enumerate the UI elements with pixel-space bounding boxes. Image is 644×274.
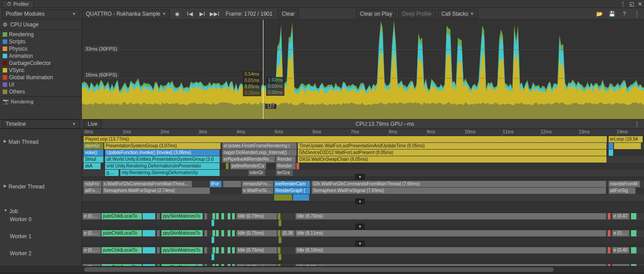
timeline-bar[interactable] bbox=[216, 230, 219, 236]
legend-item[interactable]: Others bbox=[0, 88, 81, 95]
menu-icon[interactable]: ⋮ bbox=[631, 10, 642, 18]
timeline-bar[interactable] bbox=[228, 247, 230, 253]
timeline-bar[interactable] bbox=[278, 230, 280, 236]
timeline-bar[interactable]: PlayerLoop (13.77ms) bbox=[84, 136, 607, 142]
target-dropdown[interactable]: QUATTRO - Rukhanka Sample ▼ bbox=[82, 9, 170, 18]
timeline-bar[interactable]: e.WaitForSigna bbox=[242, 188, 273, 194]
timeline-bar[interactable]: PresentationSystemGroup (3.07ms) bbox=[104, 143, 220, 149]
timeline-menu-icon[interactable]: ⋮ bbox=[631, 120, 642, 128]
frame-back-button[interactable]: Ⅰ◀ bbox=[184, 10, 195, 18]
timeline-bar[interactable]: nity.Rendering.SkinningDeformationSy bbox=[120, 170, 220, 176]
timeline-bar[interactable]: terGra bbox=[276, 170, 293, 176]
timeline-bar[interactable]: e (0.47 bbox=[612, 213, 629, 219]
live-button[interactable]: Live bbox=[84, 120, 102, 128]
timeline-bar[interactable]: tFor bbox=[210, 181, 221, 187]
timeline-bar[interactable] bbox=[212, 220, 214, 226]
kebab-icon[interactable]: ⋮ bbox=[620, 1, 626, 7]
timeline-bar[interactable]: mandsFromM bbox=[609, 181, 640, 187]
rendering-module-header[interactable]: 📷 Rendering bbox=[0, 96, 81, 106]
profiler-tab[interactable]: ⏱ Profiler bbox=[2, 0, 34, 8]
track-expand-button[interactable]: ▼ bbox=[355, 198, 365, 205]
timeline-bar[interactable] bbox=[609, 150, 613, 156]
frame-end-button[interactable]: ▶▶Ⅰ bbox=[209, 10, 220, 18]
timeline-view-dropdown[interactable]: Timeline ▼ bbox=[2, 120, 80, 128]
worker1-label[interactable]: Worker 1 bbox=[0, 231, 81, 241]
timeline-bar[interactable]: puteChildLocalTo bbox=[102, 247, 142, 253]
timeline-bar[interactable]: stemGr bbox=[84, 143, 103, 149]
timeline-bar[interactable] bbox=[228, 230, 230, 236]
timeline-bar[interactable] bbox=[278, 213, 280, 219]
timeline-bar[interactable] bbox=[212, 254, 214, 260]
timeline-bar[interactable]: Idle (0.79ms) bbox=[237, 213, 277, 219]
timeline-bar[interactable] bbox=[157, 230, 160, 236]
legend-item[interactable]: Scripts bbox=[0, 38, 81, 45]
timeline-bar[interactable]: puteChildLocalTo bbox=[102, 230, 142, 236]
timeline-bar[interactable] bbox=[279, 237, 281, 243]
timeline-bar[interactable]: TimeUpdate.WaitForLastPresentationAndUpd… bbox=[298, 143, 606, 149]
legend-item[interactable]: VSync bbox=[0, 67, 81, 74]
legend-item[interactable]: Physics bbox=[0, 45, 81, 52]
playhead[interactable] bbox=[263, 20, 263, 119]
help-icon[interactable]: ? bbox=[619, 10, 630, 18]
deep-profile-button[interactable]: Deep Profile bbox=[398, 9, 436, 18]
worker0-label[interactable]: Worker 0 bbox=[0, 214, 81, 224]
timeline-bar[interactable] bbox=[232, 247, 235, 253]
popout-icon[interactable]: ◱ bbox=[629, 1, 634, 7]
timeline-bar[interactable] bbox=[609, 143, 613, 149]
timeline-bar[interactable]: mmandsFromMa bbox=[242, 181, 273, 187]
profiler-modules-dropdown[interactable]: Profiler Modules ▼ bbox=[2, 9, 80, 18]
record-button[interactable]: ◉ bbox=[172, 10, 182, 18]
timeline-bar[interactable] bbox=[204, 213, 207, 219]
timeline-bar[interactable]: e (0.43m bbox=[83, 230, 101, 236]
timeline-bar[interactable] bbox=[221, 213, 224, 219]
timeline-bar[interactable]: pelineRenderCa bbox=[230, 163, 266, 169]
legend-item[interactable]: Global Illumination bbox=[0, 74, 81, 81]
timeline-bar[interactable] bbox=[608, 213, 610, 219]
timeline-bar[interactable]: UpdateFunction.Invoke() [Invoke] (3.06ms… bbox=[105, 150, 220, 156]
timeline-bar[interactable]: nager.DoRenderLoop_Internal() bbox=[222, 150, 297, 156]
timeline-bar[interactable] bbox=[274, 194, 292, 201]
timeline-bar[interactable]: (0.36 bbox=[281, 230, 295, 236]
cpu-usage-header[interactable]: ⚙ CPU Usage bbox=[0, 20, 81, 30]
timeline-bar[interactable]: x.WaitForGfxCommandsFromMainThread (2.74 bbox=[102, 181, 192, 187]
timeline-bar[interactable] bbox=[228, 213, 230, 219]
call-stacks-dropdown[interactable]: Call Stacks ▼ bbox=[437, 9, 478, 18]
timeline-bar[interactable] bbox=[212, 213, 215, 219]
timeline-bar[interactable]: Semaphore.WaitForSignal (2.74ms) bbox=[102, 188, 210, 194]
save-icon[interactable]: 💾 bbox=[606, 10, 617, 18]
timeline-bar[interactable] bbox=[157, 247, 160, 253]
legend-item[interactable]: UI bbox=[0, 81, 81, 88]
timeline-bar[interactable] bbox=[293, 194, 309, 201]
tracks-area[interactable]: 0ms1ms2ms3ms4ms5ms6ms7ms8ms9ms10ms11ms12… bbox=[82, 129, 644, 266]
timeline-bar[interactable]: RenderGraph ( bbox=[274, 188, 310, 194]
timeline-bar[interactable] bbox=[223, 181, 241, 187]
timeline-bar[interactable] bbox=[143, 230, 155, 236]
timeline-bar[interactable]: Simul bbox=[84, 156, 103, 163]
timeline-bar[interactable] bbox=[297, 163, 299, 169]
timeline-bar[interactable]: ppySkinMatricesTo bbox=[161, 213, 203, 219]
load-icon[interactable]: 📂 bbox=[594, 10, 605, 18]
timeline-bar[interactable]: Idle (0.75ms) bbox=[237, 230, 277, 236]
clear-button[interactable]: Clear bbox=[278, 9, 299, 18]
timeline-bar[interactable]: voke() bbox=[84, 150, 103, 156]
timeline-bar[interactable] bbox=[216, 247, 219, 253]
timeline-bar[interactable] bbox=[232, 213, 235, 219]
timeline-bar[interactable] bbox=[212, 230, 215, 236]
timeline-bar[interactable] bbox=[157, 213, 160, 219]
timeline-bar[interactable]: e (0.43m bbox=[83, 247, 101, 253]
legend-item[interactable]: Animation bbox=[0, 52, 81, 60]
timeline-bar[interactable] bbox=[631, 213, 636, 219]
timeline-bar[interactable]: puteChildLocalTo bbox=[102, 213, 142, 219]
timeline-bar[interactable]: aitForSi bbox=[84, 188, 102, 194]
timeline-bar[interactable]: ult World Unity.Entities.PresentationSys… bbox=[105, 156, 220, 163]
timeline-bar[interactable]: e (0.40 bbox=[612, 247, 629, 253]
legend-item[interactable]: Rendering bbox=[0, 31, 81, 38]
timeline-bar[interactable]: ndsFro bbox=[84, 181, 102, 187]
timeline-bar[interactable]: ineRenderCam bbox=[274, 181, 310, 187]
timeline-bar[interactable]: nderGr bbox=[248, 170, 265, 176]
timeline-bar[interactable] bbox=[279, 254, 281, 260]
timeline-bar[interactable]: Render bbox=[276, 156, 296, 163]
timeline-bar[interactable]: Render bbox=[276, 163, 296, 169]
worker2-label[interactable]: Worker 2 bbox=[0, 248, 81, 258]
timeline-bar[interactable] bbox=[279, 220, 281, 226]
